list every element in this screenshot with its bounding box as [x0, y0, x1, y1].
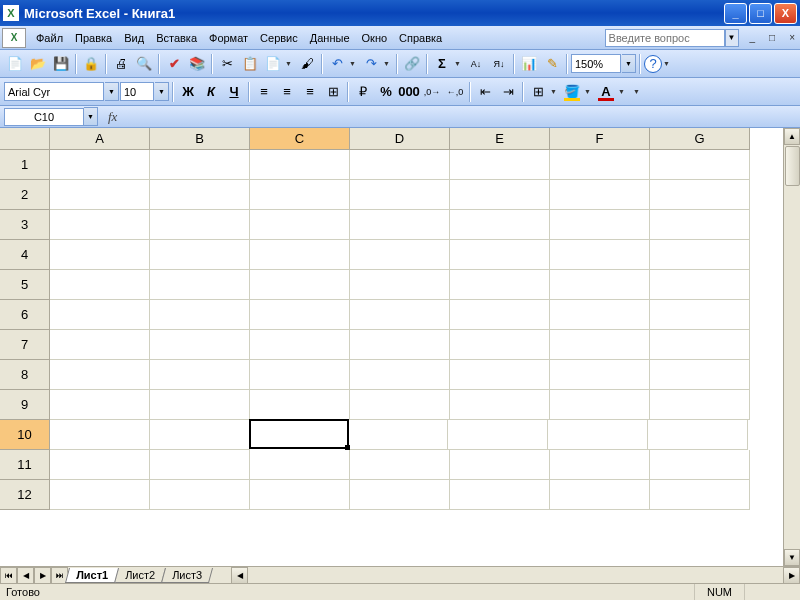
cell-C1[interactable]: [250, 150, 350, 180]
currency-button[interactable]: ₽: [352, 81, 374, 103]
cell-C4[interactable]: [250, 240, 350, 270]
col-header-d[interactable]: D: [350, 128, 450, 150]
cell-C3[interactable]: [250, 210, 350, 240]
cell-F8[interactable]: [550, 360, 650, 390]
cell-G5[interactable]: [650, 270, 750, 300]
format-painter-button[interactable]: 🖌: [296, 53, 318, 75]
spelling-button[interactable]: ✔: [163, 53, 185, 75]
row-header-11[interactable]: 11: [0, 450, 50, 480]
name-box-dropdown[interactable]: ▼: [84, 107, 98, 126]
font-color-button[interactable]: A: [595, 81, 617, 103]
cell-B7[interactable]: [150, 330, 250, 360]
cell-D9[interactable]: [350, 390, 450, 420]
cell-F9[interactable]: [550, 390, 650, 420]
toolbar-options[interactable]: ▼: [663, 60, 673, 67]
fx-icon[interactable]: fx: [108, 109, 117, 125]
new-button[interactable]: 📄: [4, 53, 26, 75]
cell-F1[interactable]: [550, 150, 650, 180]
redo-button[interactable]: ↷: [360, 53, 382, 75]
align-right-button[interactable]: ≡: [299, 81, 321, 103]
cell-B9[interactable]: [150, 390, 250, 420]
cell-A6[interactable]: [50, 300, 150, 330]
col-header-b[interactable]: B: [150, 128, 250, 150]
menu-window[interactable]: Окно: [356, 29, 394, 47]
sort-asc-button[interactable]: A↓: [465, 53, 487, 75]
maximize-button[interactable]: □: [749, 3, 772, 24]
ask-dropdown[interactable]: ▼: [725, 29, 739, 47]
col-header-c[interactable]: C: [250, 128, 350, 150]
cell-D5[interactable]: [350, 270, 450, 300]
zoom-input[interactable]: 150%: [571, 54, 621, 73]
doc-restore-button[interactable]: □: [766, 32, 778, 43]
menu-insert[interactable]: Вставка: [150, 29, 203, 47]
tab-nav-first[interactable]: ⏮: [0, 567, 17, 584]
cell-A3[interactable]: [50, 210, 150, 240]
print-button[interactable]: 🖨: [110, 53, 132, 75]
cell-G12[interactable]: [650, 480, 750, 510]
cell-A11[interactable]: [50, 450, 150, 480]
cell-D11[interactable]: [350, 450, 450, 480]
cell-F4[interactable]: [550, 240, 650, 270]
cell-A9[interactable]: [50, 390, 150, 420]
select-all-corner[interactable]: [0, 128, 50, 150]
chart-button[interactable]: 📊: [518, 53, 540, 75]
cell-C8[interactable]: [250, 360, 350, 390]
decrease-indent-button[interactable]: ⇤: [474, 81, 496, 103]
cell-G3[interactable]: [650, 210, 750, 240]
autosum-dropdown[interactable]: ▼: [454, 60, 464, 67]
fill-color-button[interactable]: 🪣: [561, 81, 583, 103]
cell-B4[interactable]: [150, 240, 250, 270]
undo-button[interactable]: ↶: [326, 53, 348, 75]
row-header-9[interactable]: 9: [0, 390, 50, 420]
underline-button[interactable]: Ч: [223, 81, 245, 103]
row-header-2[interactable]: 2: [0, 180, 50, 210]
cell-D8[interactable]: [350, 360, 450, 390]
research-button[interactable]: 📚: [186, 53, 208, 75]
row-header-10[interactable]: 10: [0, 420, 50, 450]
cell-B2[interactable]: [150, 180, 250, 210]
cell-E7[interactable]: [450, 330, 550, 360]
cell-G10[interactable]: [648, 420, 748, 450]
fill-dropdown[interactable]: ▼: [584, 88, 594, 95]
col-header-f[interactable]: F: [550, 128, 650, 150]
cell-B3[interactable]: [150, 210, 250, 240]
print-preview-button[interactable]: 🔍: [133, 53, 155, 75]
cell-E2[interactable]: [450, 180, 550, 210]
toolbar-options-2[interactable]: ▼: [633, 88, 643, 95]
cell-A2[interactable]: [50, 180, 150, 210]
cell-B11[interactable]: [150, 450, 250, 480]
bold-button[interactable]: Ж: [177, 81, 199, 103]
row-header-1[interactable]: 1: [0, 150, 50, 180]
cell-D6[interactable]: [350, 300, 450, 330]
menu-tools[interactable]: Сервис: [254, 29, 304, 47]
paste-dropdown[interactable]: ▼: [285, 60, 295, 67]
cell-F11[interactable]: [550, 450, 650, 480]
doc-close-button[interactable]: ×: [786, 32, 798, 43]
cell-E8[interactable]: [450, 360, 550, 390]
cell-E10[interactable]: [448, 420, 548, 450]
menu-file[interactable]: Файл: [30, 29, 69, 47]
scroll-right-button[interactable]: ▶: [783, 567, 800, 584]
cell-G8[interactable]: [650, 360, 750, 390]
cell-G2[interactable]: [650, 180, 750, 210]
align-left-button[interactable]: ≡: [253, 81, 275, 103]
col-header-a[interactable]: A: [50, 128, 150, 150]
row-header-3[interactable]: 3: [0, 210, 50, 240]
cell-D10[interactable]: [348, 420, 448, 450]
col-header-g[interactable]: G: [650, 128, 750, 150]
paste-button[interactable]: 📄: [262, 53, 284, 75]
borders-button[interactable]: ⊞: [527, 81, 549, 103]
cell-B6[interactable]: [150, 300, 250, 330]
formula-input[interactable]: [127, 108, 796, 126]
row-header-5[interactable]: 5: [0, 270, 50, 300]
cell-E6[interactable]: [450, 300, 550, 330]
cell-G9[interactable]: [650, 390, 750, 420]
cell-D1[interactable]: [350, 150, 450, 180]
cell-E1[interactable]: [450, 150, 550, 180]
cell-B1[interactable]: [150, 150, 250, 180]
cell-G6[interactable]: [650, 300, 750, 330]
font-color-dropdown[interactable]: ▼: [618, 88, 628, 95]
cell-D7[interactable]: [350, 330, 450, 360]
cell-G7[interactable]: [650, 330, 750, 360]
borders-dropdown[interactable]: ▼: [550, 88, 560, 95]
